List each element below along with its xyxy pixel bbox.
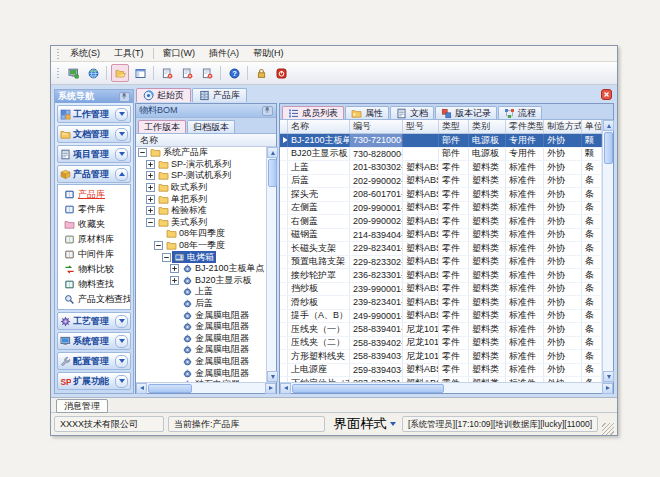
grid-row-5[interactable]: 探头壳208-601701-01I塑料ABS零件塑料类标准件外协条 (280, 188, 602, 202)
grid-cell[interactable]: 条 (582, 161, 602, 174)
grid-row-8[interactable]: 磁钢盖214-839404-01I塑料ABS零件塑料类标准件外协条 (280, 229, 602, 243)
grid-cell[interactable]: 零件 (439, 310, 469, 323)
scroll-left-arrow-icon[interactable] (280, 383, 291, 394)
grid-cell[interactable]: 条 (582, 202, 602, 215)
grid-cell[interactable]: 209-990001-01I (350, 202, 403, 215)
grid-row-12[interactable]: 挡纱板239-990001-01I塑料ABS零件塑料类标准件外协条 (280, 283, 602, 297)
grid-cell[interactable]: 压线夹（二） (288, 337, 350, 350)
tree-node-18[interactable]: 金属膜电阻器 (136, 344, 266, 356)
grid-cell[interactable]: 塑料ABS (403, 296, 439, 309)
grid-cell[interactable]: 电源板 (469, 148, 506, 161)
tree-node-10[interactable]: 电烤箱 (136, 251, 266, 263)
grid-cell[interactable]: 外协 (544, 296, 582, 309)
bom-hscroll-thumb[interactable] (148, 384, 192, 393)
grid-cell[interactable]: 塑料ABS (403, 188, 439, 201)
grid-cell[interactable]: 条 (582, 296, 602, 309)
menubar-grip[interactable] (57, 49, 59, 59)
grid-cell[interactable]: 长磁头支架 (288, 242, 350, 255)
scroll-down-arrow-icon[interactable] (267, 371, 278, 382)
chevron-up-icon[interactable] (115, 168, 128, 181)
sidebar-item-2[interactable]: 零件库 (58, 202, 130, 217)
grid-cell[interactable]: 条 (582, 215, 602, 228)
grid-cell[interactable]: BJ-2100主板单点 (288, 134, 350, 147)
lock-button-40[interactable] (252, 64, 270, 82)
grid-cell[interactable]: 标准件 (506, 161, 544, 174)
grid-cell[interactable]: 塑料ABS (403, 202, 439, 215)
menu-item-1[interactable]: 系统(S) (63, 46, 107, 61)
grid-cell[interactable]: 条 (582, 188, 602, 201)
tree-node-14[interactable]: 后盖 (136, 298, 266, 310)
grid-column-header-2[interactable]: 编号 (350, 120, 403, 133)
grid-column-header-6[interactable]: 零件类型 (506, 120, 544, 133)
sidebar-item-8[interactable]: 产品文档查找 (58, 292, 130, 307)
grid-row-7[interactable]: 右侧盖209-990002-01I塑料ABS零件塑料类标准件外协条 (280, 215, 602, 229)
grid-cell[interactable]: 外协 (544, 175, 582, 188)
doc-tab-2[interactable]: 产品库 (192, 88, 247, 102)
tree-expander-collapsed[interactable] (146, 171, 155, 180)
grid-cell[interactable]: 颗 (582, 134, 602, 147)
sidebar-group-bottom-0[interactable]: 工艺管理 (57, 312, 131, 330)
scroll-down-arrow-icon[interactable] (603, 371, 614, 382)
grid-cell[interactable]: 零件 (439, 242, 469, 255)
grid-row-3[interactable]: 上盖201-830302-00I塑料ABS零件塑料类标准件外协条 (280, 161, 602, 175)
tree-node-3[interactable]: SP-测试机系列 (136, 170, 266, 182)
grid-column-header-8[interactable]: 单位 (582, 120, 602, 133)
interface-style-button[interactable]: 界面样式 (329, 416, 398, 432)
grid-cell[interactable]: 258-839402-00I (350, 337, 403, 350)
menu-item-3[interactable]: 窗口(W) (156, 46, 203, 61)
tree-node-12[interactable]: BJ20主显示板 (136, 275, 266, 287)
grid-cell[interactable]: 条 (582, 269, 602, 282)
grid-cell[interactable]: 外协 (544, 215, 582, 228)
bom-horizontal-scrollbar[interactable] (136, 382, 276, 393)
grid-cell[interactable]: 零件 (439, 215, 469, 228)
grid-cell[interactable]: 零件 (439, 256, 469, 269)
grid-column-header-3[interactable]: 型号 (403, 120, 439, 133)
grid-row-6[interactable]: 左侧盖209-990001-01I塑料ABS零件塑料类标准件外协条 (280, 202, 602, 216)
tree-node-16[interactable]: 金属膜电阻器 (136, 321, 266, 333)
scroll-up-arrow-icon[interactable] (603, 120, 614, 131)
open-folder-button-10[interactable] (111, 64, 129, 82)
grid-cell[interactable]: 标准件 (506, 364, 544, 377)
sidebar-item-6[interactable]: 物料比较 (58, 262, 130, 277)
grid-column-header-1[interactable]: 名称 (288, 120, 350, 133)
bom-pin-button[interactable] (262, 106, 273, 116)
grid-row-17[interactable]: 方形塑料线夹258-839403-00I尼龙1010零件塑料类标准件外协条 (280, 350, 602, 364)
grid-cell[interactable]: 条 (582, 310, 602, 323)
sidebar-group-top-1[interactable]: 文档管理 (57, 125, 131, 143)
grid-cell[interactable]: 塑料类 (469, 323, 506, 336)
exit-button-41[interactable] (272, 64, 290, 82)
message-panel-tab[interactable]: 消息管理 (56, 399, 108, 413)
grid-cell[interactable]: 外协 (544, 283, 582, 296)
grid-cell[interactable]: 208-601701-01I (350, 188, 403, 201)
grid-cell[interactable]: 标准件 (506, 175, 544, 188)
grid-row-11[interactable]: 接纱轮护罩236-823301-00I塑料ABS零件塑料类标准件外协条 (280, 269, 602, 283)
doc-close-button-22[interactable] (198, 64, 216, 82)
grid-cell[interactable]: 标准件 (506, 337, 544, 350)
grid-cell[interactable]: 提手（A、B） (288, 310, 350, 323)
grid-cell[interactable]: 标准件 (506, 283, 544, 296)
grid-cell[interactable]: 塑料ABS (403, 310, 439, 323)
grid-cell[interactable]: 条 (582, 283, 602, 296)
grid-cell[interactable]: 塑料类 (469, 161, 506, 174)
grid-row-13[interactable]: 滑纱板239-823401-00I塑料ABS零件塑料类标准件外协条 (280, 296, 602, 310)
tree-expander-collapsed[interactable] (146, 160, 155, 169)
grid-cell[interactable]: 电源板 (469, 134, 506, 147)
tree-node-20[interactable]: 金属膜电阻器 (136, 367, 266, 379)
help-button-30[interactable]: ? (225, 64, 243, 82)
grid-cell[interactable]: 塑料ABS (403, 364, 439, 377)
grid-cell[interactable]: 外协 (544, 323, 582, 336)
grid-cell[interactable]: 上盖 (288, 161, 350, 174)
tree-expander-expanded[interactable] (162, 253, 171, 262)
sidebar-group-product[interactable]: 产品管理 (57, 165, 131, 183)
grid-cell[interactable]: 探头壳 (288, 188, 350, 201)
grid-row-2[interactable]: BJ20主显示板730-828000-04I部件电源板专用件外协颗 (280, 148, 602, 162)
grid-cell[interactable]: 尼龙1010 (403, 323, 439, 336)
tree-expander-expanded[interactable] (154, 241, 163, 250)
tree-node-1[interactable]: 系统产品库 (136, 147, 266, 159)
grid-cell[interactable]: 磁钢盖 (288, 229, 350, 242)
grid-cell[interactable]: 零件 (439, 364, 469, 377)
tree-node-5[interactable]: 单把系列 (136, 193, 266, 205)
grid-cell[interactable]: 上电源座 (288, 364, 350, 377)
grid-cell[interactable]: 标准件 (506, 256, 544, 269)
grid-cell[interactable]: 塑料类 (469, 229, 506, 242)
